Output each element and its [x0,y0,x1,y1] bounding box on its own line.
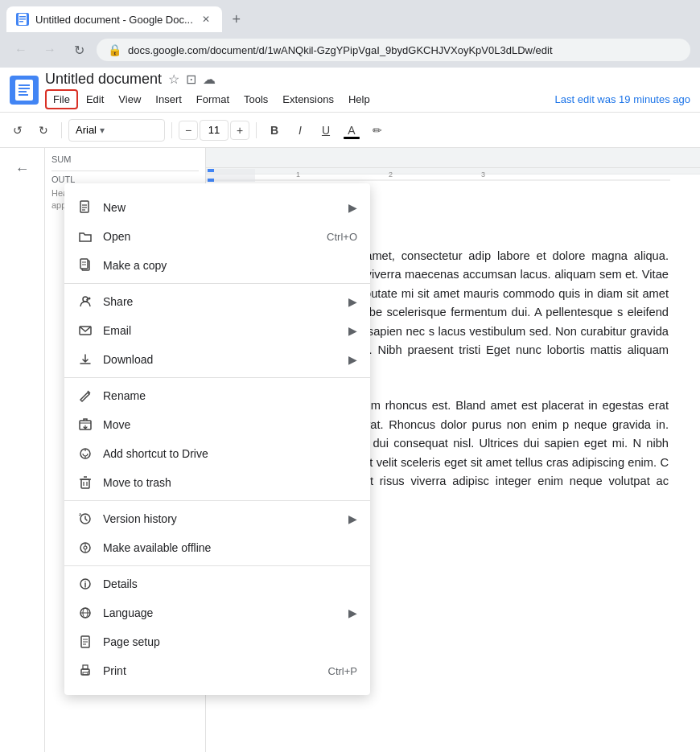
highlight-button[interactable]: ✏ [366,119,389,142]
star-icon[interactable]: ☆ [168,72,179,87]
menu-move-label: Move [103,418,357,431]
folder-icon[interactable]: ⊡ [186,72,196,87]
size-increase-button[interactable]: + [230,121,249,140]
forward-button[interactable]: → [39,39,61,61]
bold-button[interactable]: B [263,119,286,142]
size-controls: − + [179,120,249,141]
url-text: docs.google.com/document/d/1wANQkil-GzgY… [128,44,553,56]
menu-edit[interactable]: Edit [80,91,110,108]
menu-shortcut-label: Add shortcut to Drive [103,447,357,460]
menu-email-label: Email [103,324,339,337]
underline-button[interactable]: U [315,119,337,142]
docs-header: Untitled document ☆ ⊡ ☁ File Edit View I… [0,68,700,113]
menu-item-details[interactable]: Details [64,569,370,598]
menu-download-label: Download [103,353,339,366]
language-icon [77,605,93,621]
italic-button[interactable]: I [289,119,311,142]
menu-copy-label: Make a copy [103,259,357,272]
font-name: Arial [76,124,97,136]
menu-item-trash[interactable]: Move to trash [64,468,370,497]
menu-section-3: Rename Move [64,378,370,501]
menu-new-label: New [103,201,339,214]
new-tab-button[interactable]: + [225,8,248,31]
font-size-input[interactable] [200,120,229,141]
menu-rename-label: Rename [103,389,357,402]
menu-bar: File Edit View Insert Format Tools Exten… [45,89,690,109]
header-title-area: Untitled document ☆ ⊡ ☁ File Edit View I… [45,71,690,109]
open-folder-icon [77,228,93,245]
refresh-button[interactable]: ↻ [68,39,90,61]
active-tab[interactable]: Untitled document - Google Doc... ✕ [6,6,222,32]
browser-chrome: Untitled document - Google Doc... ✕ + ← … [0,0,700,68]
menu-item-email[interactable]: Email ▶ [64,316,370,345]
print-icon [77,663,93,679]
menu-help[interactable]: Help [342,91,377,108]
menu-view[interactable]: View [112,91,147,108]
download-icon [77,351,93,368]
svg-text:1: 1 [296,171,300,179]
svg-rect-15 [208,169,214,172]
menu-details-label: Details [103,577,357,590]
menu-item-offline[interactable]: Make available offline [64,533,370,562]
offline-icon [77,540,93,556]
left-sidebar: ← [0,148,45,752]
menu-print-label: Print [103,664,319,677]
email-arrow-icon: ▶ [348,324,357,337]
lock-icon: 🔒 [108,43,121,56]
menu-version-label: Version history [103,512,339,525]
doc-title-row: Untitled document ☆ ⊡ ☁ [45,71,690,88]
menu-file[interactable]: File [45,89,78,109]
menu-share-label: Share [103,295,339,308]
menu-extensions[interactable]: Extensions [276,91,340,108]
text-color-button[interactable]: A [340,119,363,142]
tab-bar: Untitled document - Google Doc... ✕ + [0,0,700,32]
redo-button[interactable]: ↻ [32,119,55,142]
menu-item-language[interactable]: Language ▶ [64,598,370,627]
menu-item-download[interactable]: Download ▶ [64,345,370,374]
menu-item-version-history[interactable]: Version history ▶ [64,504,370,533]
page-icon [77,634,93,650]
undo-button[interactable]: ↺ [6,119,29,142]
tab-close-button[interactable]: ✕ [200,13,212,26]
menu-item-add-shortcut[interactable]: Add shortcut to Drive [64,439,370,468]
menu-item-print[interactable]: Print Ctrl+P [64,656,370,685]
cloud-icon[interactable]: ☁ [203,72,216,87]
address-bar: ← → ↻ 🔒 docs.google.com/document/d/1wANQ… [0,32,700,68]
menu-insert[interactable]: Insert [149,91,188,108]
menu-item-rename[interactable]: Rename [64,381,370,410]
language-arrow-icon: ▶ [348,606,357,619]
menu-item-new[interactable]: New ▶ [64,193,370,222]
url-bar[interactable]: 🔒 docs.google.com/document/d/1wANQkil-Gz… [97,39,690,61]
svg-point-40 [84,546,87,549]
share-icon [77,294,93,310]
app-area: Untitled document ☆ ⊡ ☁ File Edit View I… [0,68,700,752]
tab-favicon [16,13,29,26]
svg-rect-16 [80,201,89,212]
version-arrow-icon: ▶ [348,512,357,525]
size-decrease-button[interactable]: − [179,121,198,140]
docs-logo [10,76,39,105]
menu-section-5: Details Language ▶ [64,566,370,688]
summary-label: SUM [51,154,199,164]
menu-format[interactable]: Format [190,91,236,108]
print-shortcut: Ctrl+P [328,665,357,677]
svg-rect-14 [208,179,214,182]
back-button[interactable]: ← [10,39,32,61]
menu-offline-label: Make available offline [103,541,357,554]
info-icon [77,576,93,592]
menu-tools[interactable]: Tools [237,91,274,108]
menu-item-move[interactable]: Move [64,410,370,439]
menu-item-page-setup[interactable]: Page setup [64,627,370,656]
toolbar-divider-3 [256,122,257,138]
sidebar-back-button[interactable]: ← [8,154,37,183]
svg-rect-4 [15,80,33,101]
menu-item-share[interactable]: Share ▶ [64,287,370,316]
new-doc-icon [77,199,93,216]
font-selector[interactable]: Arial ▾ [68,119,165,142]
copy-doc-icon [77,257,93,273]
menu-item-open[interactable]: Open Ctrl+O [64,222,370,251]
menu-item-make-copy[interactable]: Make a copy [64,251,370,280]
svg-rect-3 [19,21,23,23]
font-dropdown-icon: ▾ [100,125,105,136]
menu-section-1: New ▶ Open Ctrl+O [64,190,370,284]
